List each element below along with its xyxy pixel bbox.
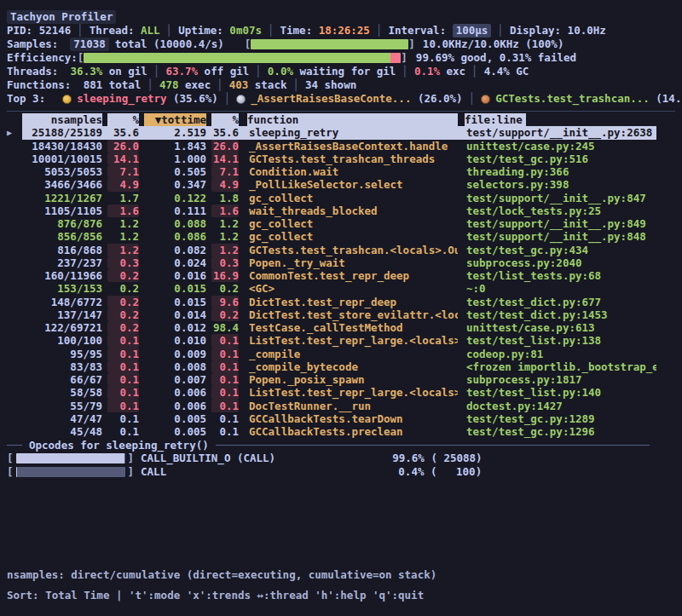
table-row-cells: 153/1530.20.0150.2<GC>~:0: [22, 282, 656, 295]
table-row[interactable]: 1105/11051.60.1111.6wait_threads_blocked…: [7, 204, 675, 217]
table-row-cells: 237/2370.30.0240.3Popen._try_waitsubproc…: [22, 256, 656, 269]
selected-row-marker-icon: [7, 204, 22, 217]
profiler-screen: Tachyon Profiler PID: 52146│Thread: ALL│…: [0, 0, 682, 616]
top3-percent: (14.1%): [650, 92, 682, 106]
percent-direct-cell: 1.2: [107, 217, 139, 230]
nsamples-cell: 122/69721: [22, 321, 102, 334]
percent-cumulative-cell: 0.1: [211, 360, 239, 373]
top3-separator: │: [224, 92, 231, 106]
percent-cumulative-cell: 0.1: [211, 373, 239, 386]
table-row[interactable]: 137/1470.20.0140.2DictTest.test_store_ev…: [7, 308, 675, 321]
selected-row-marker-icon: [7, 178, 22, 191]
table-row[interactable]: ▶25188/2518935.62.51935.6sleeping_retryt…: [7, 126, 675, 139]
table-row[interactable]: 856/8561.20.0861.2gc_collecttest/support…: [7, 230, 675, 243]
table-row-cells: 3466/34664.90.3474.9_PollLikeSelector.se…: [22, 178, 656, 191]
file-line-cell: test/test_list.py:140: [465, 386, 656, 399]
column-header-tottime-sorted[interactable]: ▼tottime: [144, 113, 206, 126]
meta-row: PID: 52146│Thread: ALL│Uptime: 0m07s│Tim…: [7, 24, 675, 37]
selected-row-marker-icon: [7, 217, 22, 230]
stat-unit: off gil: [198, 65, 249, 78]
table-row[interactable]: 83/830.10.0080.1_compile_bytecode<frozen…: [7, 360, 675, 373]
table-row[interactable]: 100/1000.10.0100.1ListTest.test_repr_lar…: [7, 334, 675, 347]
meta-value: 18:26:25: [319, 24, 370, 37]
samples-progress-bar: [251, 39, 408, 49]
gold-medal-icon: [62, 95, 72, 104]
nsamples-cell: 148/6772: [22, 296, 102, 308]
meta-separator: │: [166, 24, 173, 37]
file-line-cell: <frozen importlib._bootstrap_externa: [465, 360, 656, 373]
tottime-cell: 1.000: [144, 153, 206, 165]
table-row[interactable]: 95/950.10.0090.1_compilecodeop.py:81: [7, 348, 675, 360]
efficiency-progress-bar: [84, 53, 401, 63]
function-cell: Popen._try_wait: [247, 256, 458, 269]
table-row-cells: 10001/1001514.11.00014.1GCTests.test_tra…: [22, 153, 656, 165]
table-row-cells: 816/8681.20.0821.2GCTests.test_trashcan.…: [22, 244, 656, 256]
table-row[interactable]: 816/8681.20.0821.2GCTests.test_trashcan.…: [7, 244, 675, 256]
function-cell: <GC>: [247, 282, 458, 295]
column-header-file-line[interactable]: file:line: [465, 113, 526, 126]
file-line-cell: test/lock_tests.py:25: [465, 204, 656, 217]
table-row[interactable]: 153/1530.20.0150.2<GC>~:0: [7, 282, 675, 295]
percent-cumulative-cell: 0.1: [211, 425, 239, 438]
tottime-cell: 0.007: [144, 373, 206, 386]
percent-cumulative-cell: 1.2: [211, 217, 239, 230]
column-header-nsamples[interactable]: nsamples: [22, 113, 102, 126]
stat-value: 34: [305, 78, 318, 92]
table-row[interactable]: 66/670.10.0070.1Popen._posix_spawnsubpro…: [7, 373, 675, 386]
table-row[interactable]: 148/67720.20.0159.6DictTest.test_repr_de…: [7, 296, 675, 308]
column-header-percent-direct[interactable]: %: [107, 113, 139, 126]
table-row-cells: 66/670.10.0070.1Popen._posix_spawnsubpro…: [22, 373, 656, 386]
tottime-cell: 0.088: [144, 217, 206, 230]
column-header-function[interactable]: function: [247, 113, 458, 126]
stat-unit: exec: [179, 78, 211, 92]
percent-cumulative-cell: 0.1: [211, 348, 239, 360]
table-row[interactable]: 45/480.10.0050.1GCCallbackTests.preclean…: [7, 425, 675, 438]
meta-value: 10.0Hz: [568, 24, 606, 37]
table-row[interactable]: 1221/12671.70.1221.8gc_collecttest/suppo…: [7, 192, 675, 204]
percent-direct-cell: 0.1: [107, 386, 139, 399]
top3-row: Top 3:sleeping_retry (35.6%)│_AssertRais…: [7, 92, 675, 106]
tottime-cell: 0.016: [144, 269, 206, 282]
tottime-cell: 0.015: [144, 296, 206, 308]
column-header-percent-cumulative[interactable]: %: [211, 113, 239, 126]
table-row[interactable]: 47/470.10.0050.1GCCallbackTests.tearDown…: [7, 412, 675, 425]
percent-direct-cell: 14.1: [107, 153, 139, 165]
table-header-row: nsamples%▼tottime%functionfile:line: [7, 113, 675, 126]
table-row[interactable]: 5053/50537.10.5057.1Condition.waitthread…: [7, 165, 675, 178]
samples-bar-close-bracket: ]: [408, 37, 415, 51]
efficiency-bar-close-bracket: ]: [401, 51, 407, 65]
nsamples-cell: 10001/10015: [22, 153, 102, 165]
function-cell: _AssertRaisesBaseContext.handle: [247, 140, 458, 153]
file-line-cell: test/test_dict.py:677: [465, 296, 656, 308]
percent-direct-cell: 1.2: [107, 244, 139, 256]
meta-separator: │: [77, 24, 84, 37]
opcode-progress-bar: [16, 467, 125, 477]
file-line-cell: codeop.py:81: [465, 348, 656, 360]
table-row[interactable]: 10001/1001514.11.00014.1GCTests.test_tra…: [7, 153, 675, 165]
function-cell: gc_collect: [247, 192, 458, 204]
efficiency-label: Efficiency:: [7, 51, 78, 65]
silver-medal-icon: [236, 95, 246, 104]
percent-direct-cell: 0.1: [107, 360, 139, 373]
tottime-cell: 0.505: [144, 165, 206, 178]
tottime-cell: 0.009: [144, 348, 206, 360]
tottime-cell: 0.086: [144, 230, 206, 243]
table-row[interactable]: 18430/1843026.01.84326.0_AssertRaisesBas…: [7, 140, 675, 153]
table-row[interactable]: 3466/34664.90.3474.9_PollLikeSelector.se…: [7, 178, 675, 191]
meta-value: 100µs: [453, 24, 492, 37]
percent-direct-cell: 0.1: [107, 334, 139, 347]
stat-separator: │: [255, 65, 262, 78]
table-row[interactable]: 122/697210.20.01298.4TestCase._callTestM…: [7, 321, 675, 334]
table-row[interactable]: 876/8761.20.0881.2gc_collecttest/support…: [7, 217, 675, 230]
table-row[interactable]: 55/790.10.0060.1DocTestRunner.__rundocte…: [7, 400, 675, 412]
file-line-cell: test/test_gc.py:1296: [465, 425, 656, 438]
selected-row-marker-icon: ▶: [7, 126, 22, 139]
table-row[interactable]: 58/580.10.0060.1ListTest.test_repr_large…: [7, 386, 675, 399]
table-row[interactable]: 160/119660.20.01616.9CommonTest.test_rep…: [7, 269, 675, 282]
opcodes-divider-dash-left: [7, 445, 22, 446]
stat-unit: exc: [440, 65, 465, 78]
opcode-percent: 0.4% ( 100): [354, 465, 482, 479]
table-row[interactable]: 237/2370.30.0240.3Popen._try_waitsubproc…: [7, 256, 675, 269]
table-row-cells: 137/1470.20.0140.2DictTest.test_store_ev…: [22, 308, 656, 321]
nsamples-cell: 55/79: [22, 400, 102, 412]
